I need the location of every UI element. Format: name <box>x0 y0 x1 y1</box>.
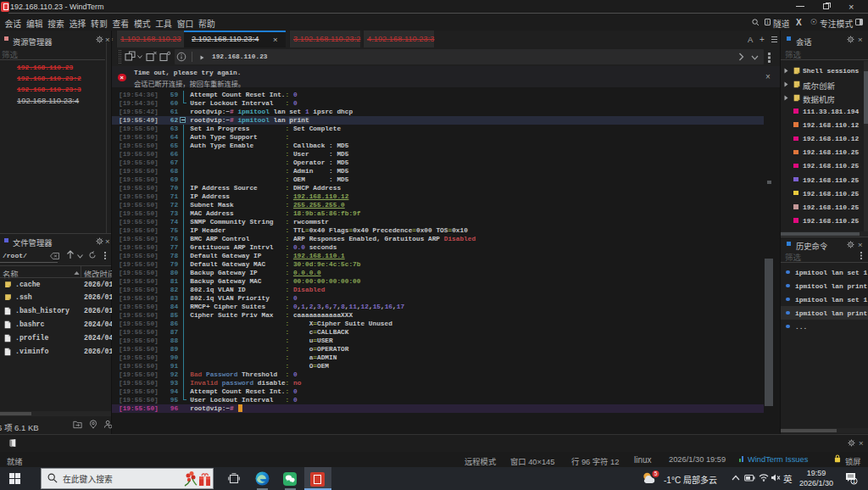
svg-text:1: 1 <box>853 478 856 484</box>
svg-text:5: 5 <box>654 471 658 476</box>
